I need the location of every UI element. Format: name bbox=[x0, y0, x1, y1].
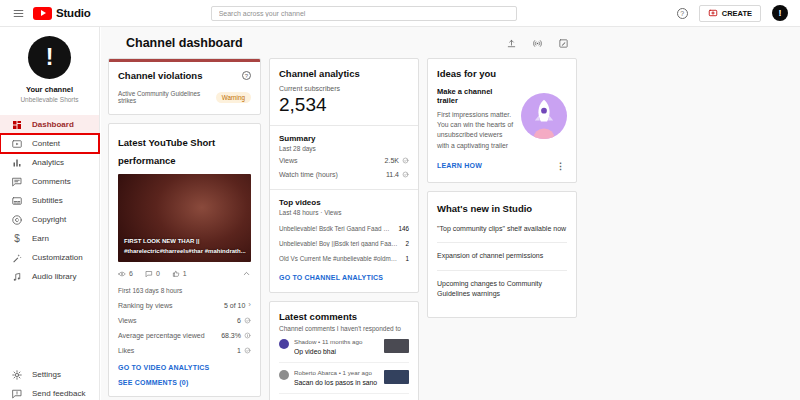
warning-badge: Warning bbox=[216, 92, 251, 103]
header-actions bbox=[506, 38, 569, 49]
channel-violations-card: Channel violations ? Active Community Gu… bbox=[108, 58, 261, 115]
metric-row-likes: Likes 1 bbox=[109, 343, 260, 358]
summary-row-views: Views 2.5K bbox=[279, 152, 409, 166]
topbar: Studio ? CREATE ! bbox=[0, 0, 800, 27]
ideas-for-you-card: Ideas for you Make a channel trailer Fir… bbox=[427, 58, 577, 183]
comment-video-thumbnail[interactable] bbox=[384, 370, 409, 384]
comment-row: Roberto Abarca • 1 year ago Sacan do los… bbox=[279, 363, 409, 394]
sidebar-item-audio-library[interactable]: Audio library bbox=[0, 267, 99, 286]
violations-help-icon[interactable]: ? bbox=[242, 71, 251, 80]
sidebar-item-earn[interactable]: $ Earn bbox=[0, 229, 99, 248]
sidebar-footer: Settings Send feedback bbox=[0, 365, 99, 400]
sidebar-item-send-feedback[interactable]: Send feedback bbox=[0, 384, 99, 400]
metric-row-avg-viewed: Average percentage viewed 68.3% bbox=[109, 328, 260, 343]
content-icon bbox=[11, 138, 23, 150]
check-circle-icon bbox=[402, 171, 409, 178]
feedback-icon bbox=[11, 388, 23, 400]
go-to-video-analytics-link[interactable]: GO TO VIDEO ANALYTICS bbox=[109, 358, 260, 373]
top-video-row[interactable]: Old Vs Current Me #unbelievable #oldme #… bbox=[279, 251, 409, 266]
comment-video-thumbnail[interactable] bbox=[384, 339, 409, 353]
views-icon bbox=[118, 270, 126, 278]
comment-meta: Shadow • 11 months ago bbox=[294, 338, 379, 345]
sidebar-item-label: Analytics bbox=[32, 158, 64, 167]
comment-icon bbox=[145, 270, 153, 278]
commenter-avatar[interactable] bbox=[279, 339, 289, 349]
info-circle-icon bbox=[244, 332, 251, 339]
settings-gear-icon bbox=[11, 369, 23, 381]
analytics-icon bbox=[11, 157, 23, 169]
summary-row-watch-time: Watch time (hours) 11.4 bbox=[279, 166, 409, 180]
sidebar-item-dashboard[interactable]: Dashboard bbox=[0, 115, 99, 134]
youtube-studio-logo[interactable]: Studio bbox=[33, 7, 91, 20]
channel-name: Your channel bbox=[0, 85, 99, 94]
thumbs-up-icon bbox=[172, 270, 180, 278]
latest-comments-title: Latest comments bbox=[279, 311, 409, 322]
chevron-right-icon: › bbox=[248, 301, 251, 309]
short-thumb-title-line1: FIRST LOOK NEW THAR || bbox=[124, 237, 247, 246]
earn-icon: $ bbox=[11, 233, 23, 245]
sidebar-item-label: Customization bbox=[32, 253, 83, 262]
whats-new-item[interactable]: Expansion of channel permissions bbox=[437, 243, 567, 271]
comments-stat: 0 bbox=[145, 270, 160, 278]
sidebar-item-label: Subtitles bbox=[32, 196, 63, 205]
channel-analytics-card: Channel analytics Current subscribers 2,… bbox=[269, 58, 419, 293]
sidebar-item-copyright[interactable]: Copyright bbox=[0, 210, 99, 229]
kebab-menu-icon[interactable]: ⋮ bbox=[556, 161, 567, 171]
brand-label: Studio bbox=[56, 7, 91, 19]
short-thumb-title-line2: #tharelectric#tharreels#thar #mahindrath… bbox=[124, 247, 247, 256]
top-video-row[interactable]: Unbelievable! Bsdk Teri Gaand Faad dunga… bbox=[279, 221, 409, 236]
comments-subtitle: Channel comments I haven't responded to bbox=[279, 325, 409, 332]
customization-icon bbox=[11, 252, 23, 264]
sidebar-item-subtitles[interactable]: Subtitles bbox=[0, 191, 99, 210]
search-input[interactable] bbox=[211, 6, 517, 21]
subscriber-count: 2,534 bbox=[279, 94, 409, 116]
check-circle-icon bbox=[244, 347, 251, 354]
sidebar-item-comments[interactable]: Comments bbox=[0, 172, 99, 191]
create-button[interactable]: CREATE bbox=[699, 5, 761, 22]
sidebar-item-customization[interactable]: Customization bbox=[0, 248, 99, 267]
channel-block: ! Your channel Unbelievable Shorts bbox=[0, 27, 99, 111]
hamburger-menu-icon[interactable] bbox=[12, 7, 25, 20]
dashboard-columns: Channel violations ? Active Community Gu… bbox=[101, 58, 800, 400]
go-live-icon[interactable] bbox=[532, 38, 543, 49]
metric-row-views: Views 6 bbox=[109, 313, 260, 328]
upload-video-icon[interactable] bbox=[506, 38, 517, 49]
short-video-thumbnail[interactable]: FIRST LOOK NEW THAR || #tharelectric#tha… bbox=[118, 174, 251, 262]
see-comments-link[interactable]: SEE COMMENTS (0) bbox=[109, 373, 260, 396]
metric-row-ranking[interactable]: Ranking by views 5 of 10 › bbox=[109, 297, 260, 313]
youtube-logo-icon bbox=[33, 7, 52, 20]
commenter-avatar[interactable] bbox=[279, 370, 289, 380]
create-label: CREATE bbox=[722, 9, 752, 18]
help-icon[interactable]: ? bbox=[677, 8, 688, 19]
sidebar-item-label: Content bbox=[32, 139, 60, 148]
whats-new-item[interactable]: Upcoming changes to Community Guidelines… bbox=[437, 271, 567, 308]
sidebar-item-analytics[interactable]: Analytics bbox=[0, 153, 99, 172]
summary-period: Last 28 days bbox=[279, 145, 409, 152]
whats-new-item[interactable]: "Top community clips" shelf available no… bbox=[437, 216, 567, 244]
sidebar-item-label: Settings bbox=[32, 370, 61, 379]
account-avatar[interactable]: ! bbox=[772, 5, 788, 21]
sidebar-item-content[interactable]: Content bbox=[0, 134, 99, 153]
likes-stat: 1 bbox=[172, 270, 187, 278]
collapse-chevron-icon[interactable] bbox=[242, 269, 251, 278]
check-circle-icon bbox=[402, 157, 409, 164]
top-videos-title: Top videos bbox=[279, 198, 409, 207]
ideas-item-title: Make a channel trailer bbox=[437, 87, 515, 105]
subtitles-icon bbox=[11, 195, 23, 207]
top-videos-period: Last 48 hours · Views bbox=[279, 209, 409, 216]
learn-how-link[interactable]: LEARN HOW bbox=[437, 162, 482, 169]
edit-icon[interactable] bbox=[558, 38, 569, 49]
comment-text: Sacan do los pasos in sano bbox=[294, 379, 379, 386]
analytics-title: Channel analytics bbox=[279, 68, 409, 79]
top-video-row[interactable]: Unbelievable! Boy ||Bsdk teri gaand Faad… bbox=[279, 236, 409, 251]
violations-title: Channel violations bbox=[118, 70, 202, 81]
channel-avatar[interactable]: ! bbox=[28, 36, 71, 79]
sidebar-item-settings[interactable]: Settings bbox=[0, 365, 99, 384]
violations-row-label: Active Community Guidelines strikes bbox=[118, 90, 213, 104]
sidebar: ! Your channel Unbelievable Shorts Dashb… bbox=[0, 27, 100, 400]
go-to-channel-analytics-link[interactable]: GO TO CHANNEL ANALYTICS bbox=[279, 266, 409, 283]
views-stat: 6 bbox=[118, 270, 133, 278]
comment-text: Op video bhai bbox=[294, 348, 379, 355]
current-subscribers-label: Current subscribers bbox=[279, 85, 409, 92]
ideas-item-body: First impressions matter. You can win th… bbox=[437, 110, 515, 151]
